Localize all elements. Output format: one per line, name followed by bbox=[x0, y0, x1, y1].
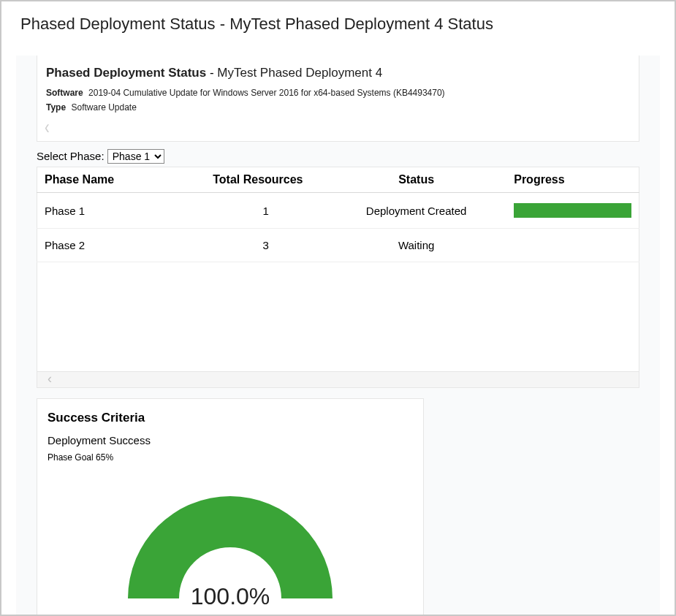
criteria-title: Success Criteria bbox=[48, 411, 413, 425]
deployment-header-card: Phased Deployment Status - MyTest Phased… bbox=[37, 56, 639, 142]
scroll-left-indicator[interactable]: ‹ bbox=[37, 372, 639, 388]
software-value: 2019-04 Cumulative Update for Windows Se… bbox=[88, 88, 445, 98]
page-title: Phased Deployment Status - MyTest Phased… bbox=[20, 15, 660, 34]
header-title: Phased Deployment Status - MyTest Phased… bbox=[46, 66, 630, 80]
table-row[interactable]: Phase 23Waiting bbox=[37, 229, 639, 262]
chevron-left-icon[interactable]: ‹ bbox=[45, 115, 50, 138]
table-empty-space bbox=[37, 262, 639, 372]
cell-total-resources: 3 bbox=[205, 229, 326, 262]
type-label: Type bbox=[46, 102, 66, 113]
table-row[interactable]: Phase 11Deployment Created bbox=[37, 193, 639, 229]
type-line: Type Software Update bbox=[46, 102, 630, 113]
cell-progress bbox=[506, 193, 639, 229]
success-criteria-card: Success Criteria Deployment Success Phas… bbox=[37, 398, 424, 616]
gauge-chart: 100.0% 0 100 bbox=[113, 474, 347, 616]
gauge-max-label: 100 bbox=[319, 613, 333, 616]
criteria-goal: Phase Goal 65% bbox=[48, 452, 413, 463]
header-title-rest: MyTest Phased Deployment 4 bbox=[217, 66, 382, 80]
cell-status: Waiting bbox=[326, 229, 506, 262]
phase-selector-label: Select Phase: bbox=[37, 150, 105, 162]
col-header-name[interactable]: Phase Name bbox=[37, 167, 206, 193]
cell-total-resources: 1 bbox=[205, 193, 326, 229]
header-title-bold: Phased Deployment Status bbox=[46, 66, 206, 80]
cell-status: Deployment Created bbox=[326, 193, 506, 229]
cell-phase-name: Phase 1 bbox=[37, 193, 206, 229]
col-header-total[interactable]: Total Resources bbox=[205, 167, 326, 193]
cell-phase-name: Phase 2 bbox=[37, 229, 206, 262]
progress-bar bbox=[514, 203, 631, 218]
phase-selector-row: Select Phase: Phase 1Phase 2 bbox=[37, 149, 639, 164]
type-value: Software Update bbox=[71, 102, 136, 113]
col-header-status[interactable]: Status bbox=[326, 167, 506, 193]
criteria-subtitle: Deployment Success bbox=[48, 434, 413, 446]
table-header-row: Phase Name Total Resources Status Progre… bbox=[37, 167, 639, 193]
gauge-value: 100.0% bbox=[113, 583, 347, 610]
phase-table: Phase Name Total Resources Status Progre… bbox=[37, 167, 639, 262]
cell-progress bbox=[506, 229, 639, 262]
col-header-progress[interactable]: Progress bbox=[506, 167, 639, 193]
content-area: Phased Deployment Status - MyTest Phased… bbox=[16, 56, 660, 616]
header-title-sep: - bbox=[206, 66, 217, 80]
gauge-min-label: 0 bbox=[132, 613, 137, 616]
software-label: Software bbox=[46, 88, 83, 98]
software-line: Software 2019-04 Cumulative Update for W… bbox=[46, 88, 630, 98]
phase-select[interactable]: Phase 1Phase 2 bbox=[107, 149, 164, 164]
